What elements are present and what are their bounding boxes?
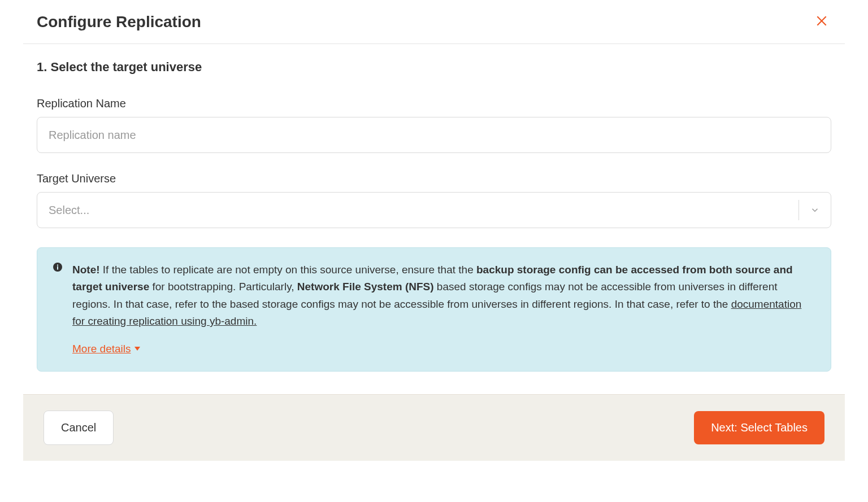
note-prefix: Note! xyxy=(72,264,100,276)
modal-header: Configure Replication xyxy=(23,0,845,44)
caret-down-icon xyxy=(134,347,140,351)
chevron-down-icon xyxy=(799,205,831,215)
modal-title: Configure Replication xyxy=(37,13,201,31)
step-heading: 1. Select the target universe xyxy=(37,60,831,75)
target-universe-label: Target Universe xyxy=(37,172,831,185)
svg-rect-1 xyxy=(57,267,58,270)
replication-name-input[interactable] xyxy=(37,117,831,153)
target-universe-select[interactable]: Select... xyxy=(37,192,831,228)
configure-replication-modal: Configure Replication 1. Select the targ… xyxy=(23,0,845,461)
note-part1: If the tables to replicate are not empty… xyxy=(100,264,476,276)
note-text: Note! If the tables to replicate are not… xyxy=(72,261,815,357)
modal-footer: Cancel Next: Select Tables xyxy=(23,394,845,461)
replication-name-label: Replication Name xyxy=(37,97,831,110)
note-part2: for bootstrapping. Particularly, xyxy=(149,281,297,293)
replication-name-field: Replication Name xyxy=(37,97,831,153)
note-bold2: Network File System (NFS) xyxy=(297,281,434,293)
modal-body: 1. Select the target universe Replicatio… xyxy=(23,44,845,394)
close-icon xyxy=(814,21,829,30)
target-universe-placeholder: Select... xyxy=(37,204,798,217)
cancel-button[interactable]: Cancel xyxy=(44,411,114,445)
info-note: Note! If the tables to replicate are not… xyxy=(37,247,831,372)
next-button[interactable]: Next: Select Tables xyxy=(694,411,824,444)
svg-rect-2 xyxy=(57,265,58,266)
info-icon xyxy=(53,263,62,357)
more-details-label: More details xyxy=(72,341,131,357)
more-details-toggle[interactable]: More details xyxy=(72,341,140,357)
close-button[interactable] xyxy=(812,11,831,32)
target-universe-field: Target Universe Select... xyxy=(37,172,831,228)
